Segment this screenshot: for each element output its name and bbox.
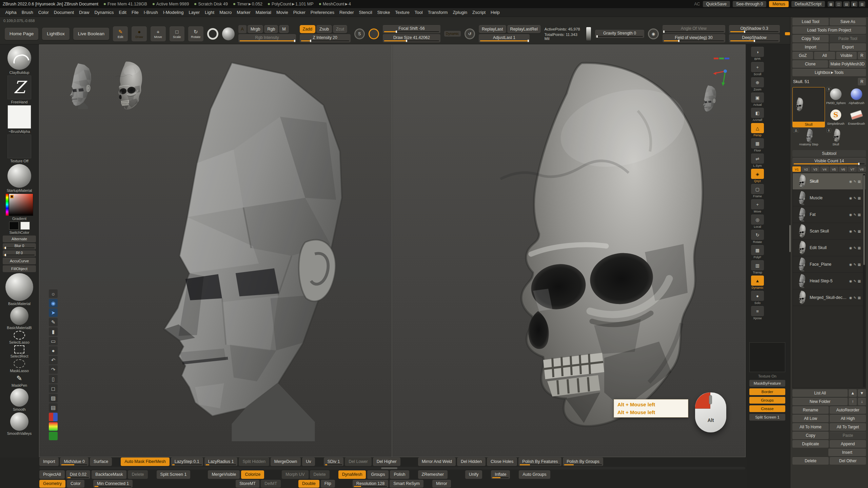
visibility-eye-icon[interactable]: ◉ [849,229,852,233]
subtool-up-button[interactable]: ▲ [849,389,857,397]
bottom-bar-button[interactable]: Color [67,480,84,488]
load-tool-button[interactable]: Load Tool [792,18,829,25]
subtool-down-button[interactable]: ▼ [858,389,866,397]
right-shelf-button[interactable]: ◎ Local [749,215,766,228]
visibility-eye-icon[interactable]: ◉ [849,246,852,250]
texture-preview[interactable] [749,342,785,372]
all-to-home-button[interactable]: All To Home [792,423,829,431]
menu-item[interactable]: Stroke [375,10,393,15]
ui-config-icon[interactable]: ▤ [843,1,850,7]
paste-tool-button[interactable]: Paste Tool [830,35,866,42]
subtool-row[interactable]: Merged_Skull-decimation2_5 ◉ ✎ ▦ [793,289,866,306]
quicksave-button[interactable]: QuickSave [703,1,730,7]
new-folder-button[interactable]: New Folder [792,398,848,405]
menu-item[interactable]: Layer [186,10,202,15]
lightbox-button[interactable]: LightBox [42,28,70,40]
angle-of-view-slider[interactable]: Angle Of View [663,25,725,33]
note-icon[interactable]: ◻ [49,384,58,393]
subtool-version-tab[interactable]: V3 [811,166,820,172]
subtool-row[interactable]: Edit Skull ◉ ✎ ▦ [793,240,866,256]
polypaint-brush-icon[interactable]: ✎ [853,279,856,283]
scale-mode-button[interactable]: □ Scale [170,26,185,41]
subtool-version-tab[interactable]: V6 [839,166,847,172]
rgb-intensity-slider[interactable]: Rgb Intensity [238,34,296,42]
subtool-version-tab[interactable]: V5 [830,166,838,172]
texture-on-toggle[interactable]: Texture On [749,374,785,378]
panel-scrollbar[interactable] [789,225,791,252]
bottom-bar-button[interactable]: Delete [128,470,147,479]
main-color-swatch[interactable] [9,222,19,230]
bottom-bar-button[interactable]: LazyRadius 1 [204,458,238,466]
menu-item[interactable]: Brush [19,10,36,15]
mrgb-button[interactable]: Mrgb [248,25,263,33]
copy-subtool-button[interactable]: Copy [792,432,829,439]
rotate-mode-button[interactable]: ↻ Rotate [188,26,203,41]
visibility-eye-icon[interactable]: ◉ [849,296,852,300]
right-shelf-button[interactable]: ▩ PolyF [749,245,766,259]
current-r-button[interactable]: R [858,78,866,85]
del-other-button[interactable]: Del Other [830,457,866,465]
default-zscript-button[interactable]: DefaultZScript [791,1,825,7]
right-shelf-button[interactable]: ▥ Transp [749,260,766,274]
right-shelf-button[interactable]: ● Solo [749,291,766,305]
recent-tool-thumbnail[interactable]: 11 S Anatomy Step-3 [792,128,825,148]
active-tool-thumbnail[interactable]: Skull [792,87,825,127]
right-shelf-button[interactable]: ◧ AAHalf [749,108,766,122]
bottom-bar-button[interactable]: Groups [367,470,389,479]
replay-last-button[interactable]: ReplayLast [479,25,506,33]
orientation-head-icon[interactable] [697,85,719,116]
right-shelf-button[interactable]: ◑ BPR [749,47,766,61]
copy-tool-button[interactable]: Copy Tool [792,35,829,42]
adjust-last-slider[interactable]: AdjustLast 1 [479,34,530,42]
bottom-bar-button[interactable]: Close Holes [487,458,517,466]
menu-item[interactable]: Movie [274,10,291,15]
right-shelf-button[interactable]: ▦ Floor [749,138,766,152]
sculpted-skull-right[interactable] [500,63,703,426]
right-shelf-button[interactable]: + Scroll [749,62,766,76]
ui-config-icon[interactable]: ◫ [835,1,842,7]
polypaint-brush-icon[interactable]: ✎ [853,229,856,233]
wireframe-icon[interactable]: ▦ [858,263,861,266]
menu-item[interactable]: I-Brush [141,10,160,15]
bottom-bar-button[interactable]: ProjectAll [39,470,65,479]
recent-tool-thumbnail[interactable]: 8 S PM3D_Sphere3D [826,87,846,107]
smooth-brush[interactable]: Smooth [10,388,28,411]
wireframe-icon[interactable]: ▦ [858,279,861,283]
marker-icon[interactable]: ▮ [49,327,58,336]
menu-item[interactable]: Help [488,10,502,15]
cursor-icon[interactable]: ➤ [49,308,58,317]
crease-button[interactable]: Crease [749,405,785,412]
split-screen-button[interactable]: Split Screen 1 [749,414,785,421]
bottom-bar-button[interactable]: Auto Mask FiberMesh [121,458,170,466]
pen-icon[interactable]: ✎ [49,318,58,326]
bottom-bar-button[interactable]: Split Screen 1 [157,470,191,479]
stroke-preview-icon[interactable] [207,28,218,40]
menu-item[interactable]: Preferences [308,10,337,15]
obj-shadow-slider[interactable]: ObjShadow 0.3 [729,25,780,33]
bottom-bar-button[interactable]: MidValue 0 [60,458,88,466]
recent-tool-thumbnail[interactable]: S SimpleBrush [826,108,846,127]
current-stroke-thumbnail[interactable]: Z FreeHand [7,76,31,104]
current-material-thumbnail[interactable]: StartupMaterial [7,164,32,192]
bottom-bar-button[interactable]: Import [39,458,59,466]
right-shelf-button[interactable]: + Move [749,199,766,213]
zcut-button[interactable]: Zcut [333,25,347,33]
border-button[interactable]: Border [749,388,785,395]
mask-lasso-tool[interactable]: MaskLasso [10,359,29,373]
current-brush-thumbnail[interactable]: ClayBuildup [7,46,31,75]
image-icon[interactable]: ▨ [49,394,58,402]
goz-all-button[interactable]: All [814,52,835,59]
import-button[interactable]: Import [792,43,829,51]
visibility-eye-icon[interactable]: ◉ [849,180,852,183]
right-shelf-button[interactable]: ▣ Actual [749,93,766,106]
bottom-bar-button[interactable]: ZRemesher [418,470,448,479]
current-alpha-thumbnail[interactable]: ~BrushAlpha [7,105,31,134]
light-icon[interactable]: ☼ [49,289,58,298]
bottom-bar-button[interactable]: Del Higher [373,458,400,466]
bottom-bar-button[interactable]: Double [298,480,319,488]
all-to-target-button[interactable]: All To Target [830,423,866,431]
dynamic-toggle[interactable]: Dynamic [444,31,461,37]
trash-icon[interactable]: ▯ [49,375,58,383]
bottom-bar-button[interactable]: Split Hidden [239,458,269,466]
a-toggle[interactable]: A [238,25,246,33]
